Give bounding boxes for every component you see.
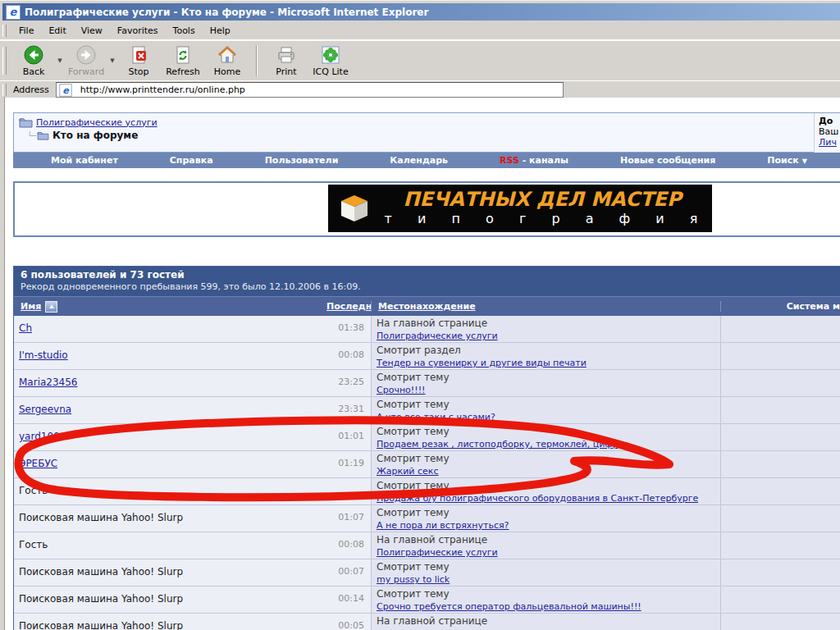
user-name-link[interactable]: I'm-studio [19, 349, 68, 361]
menu-bar: File Edit View Favorites Tools Help [0, 22, 840, 40]
back-dropdown-icon[interactable]: ▼ [56, 43, 64, 79]
banner-title: ПЕЧАТНЫХ ДЕЛ МАСТЕР [403, 189, 681, 210]
home-icon [217, 45, 237, 65]
banner-subtitle: т и п о г р а ф и я [385, 210, 709, 228]
location-topic-link[interactable]: my pussy to lick [377, 574, 450, 585]
menu-tools[interactable]: Tools [166, 23, 203, 39]
print-button[interactable]: Print [264, 43, 308, 79]
address-input[interactable] [77, 84, 563, 96]
last-activity-time: 01:19 [320, 451, 371, 477]
location-cell: Смотрит тему А не пора ли встряхнуться? [371, 505, 720, 532]
ad-banner[interactable]: ПЕЧАТНЫХ ДЕЛ МАСТЕР т и п о г р а ф и я [328, 185, 712, 232]
location-cell: Смотрит тему Продаем резак , листоподбор… [371, 424, 720, 450]
breadcrumb: Полиграфические услуги [14, 113, 840, 128]
column-location[interactable]: Местонахождение [371, 301, 720, 312]
rss-rest-text: - каналы [519, 155, 568, 166]
table-row: Гость 00:08 На главной странице Полиграф… [14, 532, 840, 559]
user-name-link[interactable]: ЭРЕБУС [19, 458, 57, 469]
column-headers: Имя Последняя активность Местонахождение… [14, 296, 840, 316]
location-topic-link[interactable]: Продаем резак , листоподборку, термоклей… [377, 439, 629, 450]
last-activity-time: 01:01 [320, 424, 371, 450]
print-label: Print [276, 66, 296, 77]
im-system-cell [720, 343, 840, 369]
location-topic-link[interactable]: Срочно!!!! [377, 385, 425, 395]
home-button[interactable]: Home [205, 43, 249, 79]
location-topic-link[interactable]: Продажа б/у полиграфического оборудовани… [377, 493, 698, 504]
forward-button[interactable]: Forward [64, 43, 108, 79]
menu-view[interactable]: View [74, 23, 110, 39]
user-name-link[interactable]: Maria23456 [19, 377, 78, 388]
location-cell: Смотрит тему my pussy to lick [371, 559, 720, 586]
im-system-cell [720, 478, 840, 504]
breadcrumb-root-link[interactable]: Полиграфические услуги [36, 117, 158, 128]
folder-icon [19, 116, 33, 128]
location-topic-link[interactable]: Полиграфические услуги [377, 331, 498, 341]
window-title: Полиграфические услуги - Кто на форуме -… [25, 7, 428, 18]
menu-file[interactable]: File [11, 23, 41, 39]
location-cell: Смотрит раздел Тендер на сувенирку и дру… [371, 343, 720, 369]
menu-help[interactable]: Help [203, 23, 238, 39]
nav-help[interactable]: Справка [170, 155, 213, 166]
back-button[interactable]: Back [11, 43, 56, 79]
menu-favorites[interactable]: Favorites [110, 23, 166, 39]
icq-lite-label: ICQ Lite [313, 66, 348, 77]
forward-dropdown-icon[interactable]: ▼ [108, 43, 116, 79]
column-im-system: Система м [720, 301, 840, 312]
table-row: Ch 01:38 На главной странице Полиграфиче… [14, 316, 840, 343]
online-count: 6 пользователей и 73 гостей [21, 269, 833, 281]
location-topic-link[interactable]: Полиграфические услуги [377, 547, 498, 558]
table-row: Поисковая машина Yahoo! Slurp 00:07 Смот… [14, 559, 840, 587]
location-topic-link[interactable]: А не пора ли встряхнуться? [377, 520, 509, 531]
table-row: Поисковая машина Yahoo! Slurp 00:14 Смот… [14, 587, 840, 614]
nav-new-messages[interactable]: Новые сообщения [620, 155, 715, 166]
location-action: Смотрит тему [377, 372, 715, 384]
user-name-link[interactable]: Sergeevna [19, 404, 71, 415]
last-activity-time: 00:14 [320, 587, 371, 613]
user-name-cell: Гость [14, 478, 320, 504]
location-cell: На главной странице Полиграфические услу… [371, 316, 720, 342]
column-last-activity[interactable]: Последняя активность [320, 301, 371, 312]
search-label: Поиск [767, 155, 798, 166]
sort-ascending-icon[interactable] [45, 301, 57, 313]
table-row: I'm-studio 00:08 Смотрит раздел Тендер н… [14, 343, 840, 370]
user-name-link: Гость [19, 539, 48, 550]
user-panel: До Ваш Лич [814, 113, 840, 154]
folder-open-icon [37, 130, 49, 140]
location-topic-link[interactable]: Жаркий секс [377, 466, 439, 477]
column-name[interactable]: Имя [14, 301, 320, 313]
location-cell: Смотрит тему Жаркий секс [371, 451, 720, 477]
location-topic-link[interactable]: А что все-таки с часами? [377, 412, 495, 422]
nav-my-cabinet[interactable]: Мой кабинет [51, 155, 118, 166]
icq-lite-button[interactable]: ICQ Lite [308, 43, 353, 79]
address-field[interactable]: e [56, 82, 564, 98]
table-row: Поисковая машина Yahoo! Slurp 01:07 Смот… [14, 505, 840, 532]
nav-search[interactable]: Поиск▼ [767, 155, 807, 166]
refresh-button[interactable]: Refresh [161, 43, 205, 79]
private-messages-link[interactable]: Лич [819, 137, 840, 148]
location-cell: Смотрит тему А что все-таки с часами? [371, 397, 720, 423]
menu-edit[interactable]: Edit [41, 23, 73, 39]
toolbar-grip[interactable] [2, 47, 7, 75]
forward-icon [76, 45, 96, 65]
table-row: Sergeevna 23:31 Смотрит тему А что все-т… [14, 397, 840, 424]
refresh-icon [173, 45, 193, 65]
location-topic-link[interactable]: Тендер на сувенирку и другие виды печати [377, 358, 587, 368]
im-system-cell [720, 370, 840, 396]
user-name-link[interactable]: yard100 [19, 431, 60, 442]
user-name-cell: Поисковая машина Yahoo! Slurp [14, 587, 320, 613]
toolbar-grip[interactable] [2, 84, 7, 96]
table-row: Гость Смотрит тему Продажа б/у полиграфи… [14, 478, 840, 505]
stop-button[interactable]: Stop [116, 43, 161, 79]
user-name-link: Поисковая машина Yahoo! Slurp [19, 566, 183, 578]
user-name-link[interactable]: Ch [19, 322, 32, 334]
nav-users[interactable]: Пользователи [265, 155, 339, 166]
nav-rss[interactable]: RSS - каналы [500, 155, 568, 166]
last-activity-time: 00:08 [320, 532, 371, 559]
nav-calendar[interactable]: Календарь [390, 155, 448, 166]
user-name-cell: Ch [14, 316, 320, 342]
im-system-cell [720, 316, 840, 342]
user-name-link: Поисковая машина Yahoo! Slurp [19, 620, 183, 630]
location-topic-link[interactable]: Срочно требуется оператор фальцевальной … [377, 601, 641, 612]
toolbar-grip[interactable] [2, 25, 7, 37]
location-action: Смотрит тему [377, 561, 715, 573]
